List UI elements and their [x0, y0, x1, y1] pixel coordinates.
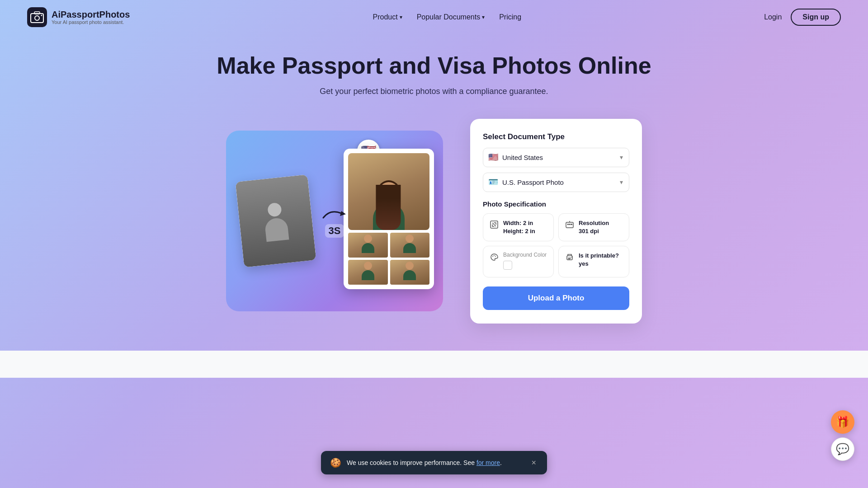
color-swatch	[503, 261, 512, 270]
spec-grid: Width: 2 inHeight: 2 in Resolution301 dp…	[483, 213, 629, 277]
spec-title: Photo Specification	[483, 200, 629, 208]
hero-title: Make Passport and Visa Photos Online	[9, 52, 859, 80]
illustration-panel: 3S 🇺🇸	[226, 131, 443, 311]
flag-icon: 🇺🇸	[488, 152, 498, 162]
small-photo-2	[390, 233, 430, 258]
brand-tagline: Your AI passport photo assistant.	[52, 19, 130, 25]
spec-printable: Is it printable?yes	[558, 246, 629, 277]
dimensions-value: Width: 2 inHeight: 2 in	[503, 219, 535, 235]
nav-links: Product ▾ Popular Documents ▾ Pricing	[373, 13, 521, 21]
cookie-close-button[interactable]: ×	[529, 458, 538, 468]
nav-actions: Login Sign up	[764, 9, 841, 26]
country-select-wrapper: 🇺🇸 United States ▾	[483, 148, 629, 167]
hero-section: Make Passport and Visa Photos Online Get…	[0, 34, 868, 105]
svg-point-4	[41, 15, 42, 16]
cookie-icon: 🍪	[330, 457, 341, 468]
resize-icon	[490, 220, 499, 231]
printable-value: Is it printable?yes	[579, 252, 619, 268]
svg-point-15	[495, 256, 496, 257]
svg-rect-10	[569, 224, 571, 225]
spec-dimensions: Width: 2 inHeight: 2 in	[483, 213, 554, 241]
product-chevron-icon: ▾	[400, 14, 402, 20]
svg-point-13	[492, 256, 493, 257]
arrow-timer: 3S	[321, 204, 348, 238]
spec-background: Background Color	[483, 246, 554, 277]
before-photo-card	[236, 175, 316, 268]
brand-name: AiPassportPhotos	[52, 9, 130, 19]
svg-point-19	[571, 257, 572, 258]
nav-pricing[interactable]: Pricing	[499, 13, 521, 21]
svg-rect-11	[571, 224, 572, 225]
cookie-text: We use cookies to improve performance. S…	[347, 459, 524, 466]
hero-subtitle: Get your perfect biometric photos with a…	[9, 87, 859, 96]
resolution-value: Resolution301 dpi	[579, 219, 609, 235]
document-select-wrapper: 🪪 U.S. Passport Photo ▾	[483, 173, 629, 192]
document-icon: 🪪	[488, 177, 498, 187]
bottom-section	[0, 351, 868, 378]
svg-rect-9	[567, 224, 569, 225]
sil-head	[267, 202, 282, 217]
bg-color-label: Background Color	[503, 252, 547, 258]
signup-button[interactable]: Sign up	[791, 9, 841, 26]
nav-product[interactable]: Product ▾	[373, 13, 402, 21]
cookie-banner: 🍪 We use cookies to improve performance.…	[321, 451, 547, 474]
after-photo-card	[344, 149, 434, 289]
svg-line-7	[492, 223, 496, 226]
popular-chevron-icon: ▾	[482, 14, 485, 20]
print-icon	[565, 253, 574, 264]
spec-resolution: Resolution301 dpi	[558, 213, 629, 241]
upload-button[interactable]: Upload a Photo	[483, 286, 629, 310]
chat-icon: 💬	[836, 443, 849, 455]
document-select[interactable]: U.S. Passport Photo	[483, 173, 629, 192]
login-link[interactable]: Login	[764, 13, 782, 21]
svg-rect-0	[27, 7, 47, 27]
brand-logo[interactable]: AiPassportPhotos Your AI passport photo …	[27, 7, 130, 27]
select-doc-title: Select Document Type	[483, 132, 629, 141]
form-card: Select Document Type 🇺🇸 United States ▾ …	[470, 119, 642, 324]
small-photos-grid	[348, 233, 429, 285]
small-photo-3	[348, 260, 388, 285]
chat-button[interactable]: 💬	[831, 437, 854, 461]
after-photo-main	[348, 153, 429, 230]
svg-marker-5	[340, 211, 346, 216]
svg-point-14	[494, 255, 495, 256]
resolution-icon	[565, 220, 574, 231]
small-photo-4	[390, 260, 430, 285]
before-photo-image	[236, 175, 316, 268]
navbar: AiPassportPhotos Your AI passport photo …	[0, 0, 868, 34]
gift-icon: 🎁	[836, 416, 849, 428]
person-silhouette-before	[260, 202, 291, 241]
camera-icon	[27, 7, 47, 27]
sil-body	[264, 217, 289, 242]
small-photo-1	[348, 233, 388, 258]
country-select[interactable]: United States	[483, 148, 629, 167]
cookie-link[interactable]: for more	[476, 459, 500, 466]
illus-inner: 3S 🇺🇸	[226, 131, 443, 311]
gift-button[interactable]: 🎁	[831, 410, 854, 434]
arrow-icon	[321, 204, 348, 222]
color-icon	[490, 253, 499, 264]
timer-label: 3S	[325, 224, 344, 238]
nav-popular-documents[interactable]: Popular Documents ▾	[417, 13, 485, 21]
main-content: 3S 🇺🇸	[163, 105, 705, 351]
